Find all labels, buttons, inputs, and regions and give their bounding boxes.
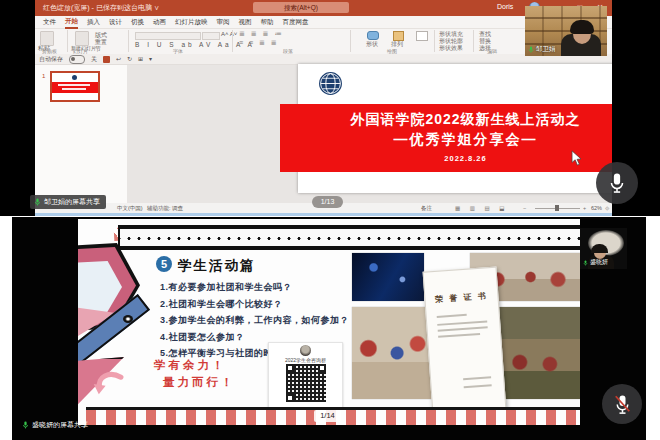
font-style-buttons[interactable]: B I U S ab AV Aa A A [135, 41, 255, 48]
section-button[interactable]: 节 [95, 46, 101, 53]
tab-view[interactable]: 视图 [239, 18, 252, 27]
motto-line1: 学有余力！ [154, 358, 227, 373]
slide-thumbnail-1[interactable] [50, 71, 100, 102]
reset-button[interactable]: 重置 [95, 39, 107, 46]
tab-design[interactable]: 设计 [109, 18, 122, 27]
slide-1[interactable]: 外国语学院2022级新生线上活动之 —优秀学姐分享会— 2022.8.26 [298, 64, 612, 193]
slide-title-line1: 外国语学院2022级新生线上活动之 [280, 111, 612, 129]
view-switcher-icons[interactable]: ▦ ▥ ▤ ⬓ [455, 205, 508, 211]
tab-help[interactable]: 帮助 [261, 18, 274, 27]
slide-title-line2: —优秀学姐分享会— [280, 131, 612, 149]
search-input[interactable]: 搜索(Alt+Q) [253, 2, 349, 13]
find-button[interactable]: 查找 [479, 31, 491, 38]
bullet-decoration [123, 315, 133, 323]
mouse-cursor-icon [571, 150, 582, 166]
tab-file[interactable]: 文件 [43, 18, 56, 27]
tab-insert[interactable]: 插入 [87, 18, 100, 27]
participant-name-top: 邹卫娟 [536, 45, 556, 54]
slide-date: 2022.8.26 [280, 154, 612, 163]
redo-icon[interactable]: ↻ [127, 55, 132, 63]
tab-transitions[interactable]: 切换 [131, 18, 144, 27]
language-status[interactable]: 中文(中国) [117, 205, 143, 212]
quick-styles-icon[interactable] [416, 31, 428, 41]
shared-slide: 5 学生活动篇 1.有必要参加社团和学生会吗？ 2.社团和学生会哪个比较好？ 3… [78, 219, 580, 425]
new-slide-icon[interactable] [75, 31, 89, 46]
notes-button[interactable]: 备注 [421, 205, 432, 212]
font-name-select[interactable] [135, 32, 201, 40]
mic-on-icon [583, 260, 588, 266]
top-share-pane: 红色绽放(宽屏) - 已保存到这台电脑 ∨ 搜索(Alt+Q) Doris — … [0, 0, 660, 216]
account-name[interactable]: Doris [497, 3, 513, 10]
microphone-button[interactable] [596, 162, 638, 204]
autosave-label: 自动保存 [39, 55, 63, 64]
slide-canvas[interactable]: 外国语学院2022级新生线上活动之 —优秀学姐分享会— 2022.8.26 [127, 65, 612, 203]
share-label-text: 盛晓妍的屏幕共享 [32, 420, 88, 430]
layout-button[interactable]: 版式 [95, 32, 107, 39]
mic-on-icon [34, 198, 41, 206]
zoom-percent[interactable]: 62% [591, 205, 602, 211]
fit-slide-icon[interactable]: ⟐ [605, 205, 609, 212]
college-globe-logo [318, 71, 343, 96]
mic-on-icon [528, 46, 534, 53]
replace-button[interactable]: 替换 [479, 38, 491, 45]
shape-outline-button[interactable]: 形状轮廓 [439, 38, 463, 45]
microphone-muted-button[interactable] [602, 384, 642, 424]
photo-group-outdoor [494, 307, 580, 399]
tab-slideshow[interactable]: 幻灯片放映 [175, 18, 208, 27]
slide-page-indicator-top: 1/13 [312, 196, 343, 208]
motto-line2: 量力而行！ [163, 375, 236, 390]
start-slideshow-icon[interactable]: ⊞ [138, 55, 143, 63]
autosave-state: 关 [91, 55, 97, 64]
share-label-text: 邹卫娟的屏幕共享 [44, 197, 100, 207]
tab-home[interactable]: 开始 [65, 17, 78, 27]
mic-muted-icon [613, 394, 632, 415]
zoom-in-icon[interactable]: + [583, 205, 586, 211]
autosave-toggle[interactable] [69, 55, 85, 64]
tab-animations[interactable]: 动画 [153, 18, 166, 27]
participant-name-bottom: 盛晓妍 [590, 258, 608, 267]
bottom-share-pane: 5 学生活动篇 1.有必要参加社团和学生会吗？ 2.社团和学生会哪个比较好？ 3… [0, 216, 660, 440]
shape-fill-button[interactable]: 形状填充 [439, 31, 463, 38]
webcam-tile-bottom[interactable]: 盛晓妍 [580, 228, 627, 269]
meeting-app: 红色绽放(宽屏) - 已保存到这台电脑 ∨ 搜索(Alt+Q) Doris — … [0, 0, 660, 440]
shape-effects-button[interactable]: 形状效果 [439, 45, 463, 52]
screen-share-label-bottom: 盛晓妍的屏幕共享 [18, 418, 94, 432]
mic-on-icon [607, 172, 627, 194]
grow-shrink-font-icons[interactable]: A˄ A˅ [221, 31, 237, 37]
align-icons[interactable]: ≡ ≡ ≣ ≣ [239, 39, 279, 47]
section-number-badge: 5 [156, 256, 172, 272]
tab-review[interactable]: 审阅 [217, 18, 230, 27]
list-bullets-icons[interactable]: ≣ ≣ ≣ ≔ [239, 30, 283, 38]
curved-arrow-icon [92, 367, 126, 401]
mic-on-icon [22, 421, 29, 429]
photo-outdoor-sports [352, 307, 434, 399]
title-banner: 外国语学院2022级新生线上活动之 —优秀学姐分享会— 2022.8.26 [280, 104, 612, 172]
group-avatar [300, 345, 311, 356]
slide-page-indicator-bottom: 1/14 [314, 410, 341, 422]
screen-share-label-top: 邹卫娟的屏幕共享 [30, 195, 106, 209]
qr-card: 2022学生会咨询群 [268, 342, 343, 412]
qr-code [286, 364, 326, 402]
accessibility-status[interactable]: 辅助功能: 调查 [147, 205, 183, 212]
slide-thumbnail-panel: 1 [35, 65, 128, 203]
paste-icon[interactable] [40, 31, 54, 46]
shapes-icon[interactable] [367, 31, 379, 40]
save-icon[interactable] [103, 56, 110, 63]
qr-group-title: 2022学生会咨询群 [269, 357, 342, 363]
qat-customize-icon[interactable]: ▾ [149, 55, 152, 63]
font-size-select[interactable] [202, 32, 220, 40]
certificate-title: 荣 誉 证 书 [425, 290, 498, 306]
undo-icon[interactable]: ↩ [116, 55, 121, 63]
slide2-title: 学生活动篇 [178, 257, 256, 275]
arrange-icon[interactable] [393, 31, 404, 41]
thumbnail-number: 1 [42, 73, 45, 79]
zoom-out-icon[interactable]: − [523, 205, 526, 211]
document-title: 红色绽放(宽屏) - 已保存到这台电脑 ∨ [43, 3, 160, 13]
honor-certificate: 荣 誉 证 书 [423, 267, 508, 425]
tab-baidu-netdisk[interactable]: 百度网盘 [283, 18, 309, 27]
webcam-tile-top[interactable]: 邹卫娟 [525, 6, 607, 56]
film-strip-decoration [118, 225, 580, 250]
shapes-button[interactable]: 形状 [366, 41, 378, 48]
arrange-button[interactable]: 排列 [391, 41, 403, 48]
photo-stage-performance [352, 253, 424, 301]
